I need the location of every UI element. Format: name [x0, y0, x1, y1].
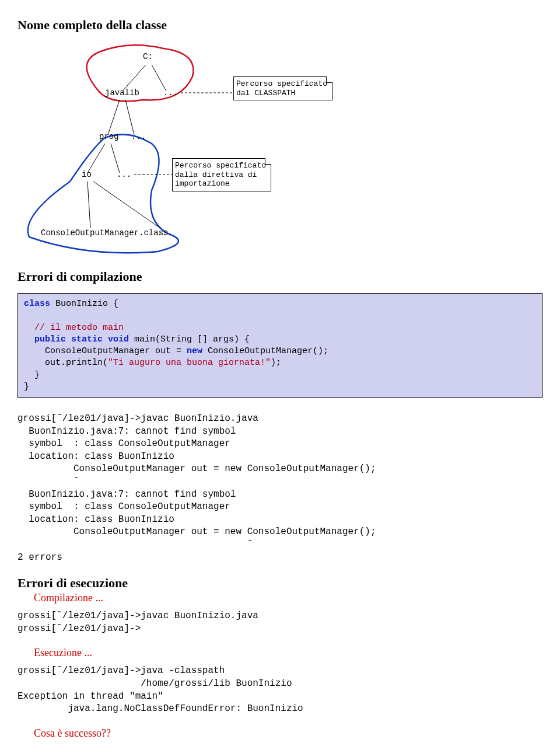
code-text: out.println( — [24, 358, 108, 368]
note-line: importazione — [175, 179, 230, 188]
node-c: C: — [143, 52, 153, 61]
section-title-2: Errori di compilazione — [18, 269, 542, 284]
node-io: io — [82, 170, 92, 179]
svg-line-5 — [111, 144, 120, 173]
node-javalib: javalib — [105, 88, 139, 97]
code-text: ConsoleOutputManager(); — [202, 346, 328, 356]
code-kw: new — [187, 346, 202, 356]
code-kw: public static void — [24, 334, 129, 344]
compilation-label: Compilazione ... — [34, 592, 542, 604]
svg-line-0 — [123, 65, 146, 91]
note-line: dal CLASSPATH — [236, 89, 295, 97]
svg-line-3 — [125, 100, 134, 135]
svg-line-2 — [108, 100, 120, 135]
section-title-1: Nome completo della classe — [18, 18, 542, 33]
note-import: Percorso specificato dalla direttiva di … — [172, 158, 271, 191]
node-dots-1: ... — [163, 88, 178, 97]
note-line: Percorso specificato — [236, 79, 327, 88]
node-dots-3: ... — [117, 170, 131, 179]
code-text: BuonInizio { — [50, 299, 118, 309]
section-title-3: Errori di esecuzione — [18, 576, 542, 591]
node-dots-2: ... — [131, 132, 146, 141]
note-line: dalla direttiva di — [175, 170, 257, 179]
code-block: class BuonInizio { // il metodo main pub… — [18, 293, 542, 398]
classpath-diagram: C: javalib ... prog ... io ... ConsoleOu… — [18, 41, 426, 257]
execution-label: Esecuzione ... — [34, 647, 542, 659]
code-text: } — [24, 382, 29, 392]
node-dots-4: ... — [158, 228, 172, 238]
compile-output: grossi[˜/lez01/java]->javac BuonInizio.j… — [18, 610, 542, 635]
cosa-successo: Cosa è successo?? — [34, 727, 542, 740]
node-prog: prog — [99, 132, 119, 141]
code-kw: class — [24, 299, 50, 309]
code-string: "Ti auguro una buona giornata!" — [108, 358, 271, 368]
svg-line-4 — [88, 144, 105, 173]
note-line: Percorso specificato — [175, 161, 266, 170]
compiler-error-output: grossi[˜/lez01/java]->javac BuonInizio.j… — [18, 413, 542, 564]
code-text: ConsoleOutputManager out = — [24, 346, 187, 356]
svg-line-1 — [152, 65, 166, 91]
code-text: } — [24, 370, 40, 380]
note-classpath: Percorso specificato dal CLASSPATH — [233, 76, 332, 100]
exec-output: grossi[˜/lez01/java]->java -classpath /h… — [18, 665, 542, 715]
code-text: main(String [] args) { — [129, 334, 250, 344]
code-text: ); — [271, 358, 281, 368]
node-com-class: ConsoleOutputManager.class — [41, 228, 168, 238]
svg-line-6 — [88, 182, 90, 228]
code-comment: // il metodo main — [24, 323, 124, 333]
